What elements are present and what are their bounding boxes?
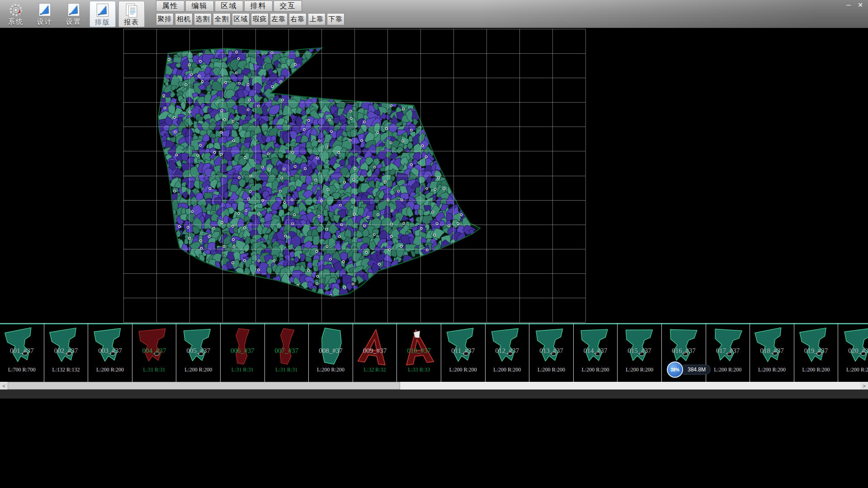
tool-button-row: 聚排相机选割全割区域瑕疵左靠右靠上靠下靠 <box>156 13 344 25</box>
tool-button-align-left[interactable]: 左靠 <box>270 13 288 25</box>
tool-button-defect[interactable]: 瑕疵 <box>251 13 269 25</box>
window-controls: ─ ✕ <box>843 0 866 10</box>
tool-button-select-cut[interactable]: 选割 <box>194 13 212 25</box>
tool-button-cluster-nest[interactable]: 聚排 <box>156 13 174 25</box>
app-buttons: 系统设计设置排版报表 <box>3 1 145 27</box>
thumbnail-012_#37[interactable]: 012_#37L:200 R:200 <box>486 324 530 382</box>
piece-lr-values: L:200 R:200 <box>794 366 838 373</box>
piece-lr-values: L:31 R:31 <box>265 366 309 373</box>
menu-tab-properties[interactable]: 属性 <box>156 0 184 12</box>
tool-button-align-bottom[interactable]: 下靠 <box>327 13 344 25</box>
thumbnail-007_#37[interactable]: 007_#37L:31 R:31 <box>265 324 309 382</box>
piece-label: 008_#37 <box>309 347 353 355</box>
menu-tab-interaction[interactable]: 交互 <box>274 0 302 12</box>
piece-thumbnail-strip: 38% 384.8M 001_#37L:700 R:700002_#37L:13… <box>0 323 868 382</box>
piece-label: 019_#37 <box>794 347 838 355</box>
minimize-button[interactable]: ─ <box>843 0 854 10</box>
piece-lr-values: L:200 R:200 <box>486 366 529 373</box>
piece-lr-values: L:32 R:32 <box>353 366 397 373</box>
thumbnail-017_#37[interactable]: 017_#37L:200 R:200 <box>706 324 750 382</box>
thumbnail-002_#37[interactable]: 002_#37L:132 R:132 <box>44 324 89 382</box>
menu-tab-row: 属性编辑区域排料交互 <box>156 0 344 12</box>
thumbnail-018_#37[interactable]: 018_#37L:200 R:200 <box>750 324 794 382</box>
close-button[interactable]: ✕ <box>854 0 866 10</box>
app-button-layout[interactable]: 排版 <box>90 1 116 27</box>
piece-label: 013_#37 <box>529 347 573 355</box>
tool-button-align-right[interactable]: 右靠 <box>289 13 307 25</box>
scrollbar-track[interactable] <box>8 382 860 389</box>
bottom-status-strip <box>0 389 868 399</box>
piece-lr-values: L:200 R:200 <box>88 366 132 373</box>
piece-lr-values: L:200 R:200 <box>176 366 220 373</box>
piece-lr-values: L:200 R:200 <box>838 366 868 373</box>
thumbnail-010_#37[interactable]: 010_#37L:33 R:33 <box>397 324 441 382</box>
piece-label: 018_#37 <box>750 347 794 355</box>
piece-lr-values: L:33 R:33 <box>397 366 441 373</box>
app-button-label: 系统 <box>8 18 24 26</box>
piece-lr-values: L:200 R:200 <box>618 366 661 373</box>
piece-label: 017_#37 <box>706 347 750 355</box>
thumbnail-011_#37[interactable]: 011_#37L:200 R:200 <box>441 324 486 382</box>
layout-icon <box>95 3 110 18</box>
app-button-label: 设置 <box>66 18 81 26</box>
piece-lr-values: L:700 R:700 <box>0 366 44 373</box>
piece-label: 014_#37 <box>574 347 618 355</box>
thumbnail-020_#37[interactable]: 020_#37L:200 R:200 <box>838 324 868 382</box>
design-icon <box>37 2 52 18</box>
thumbnail-006_#37[interactable]: 006_#37L:31 R:31 <box>221 324 265 382</box>
thumbnail-015_#37[interactable]: 015_#37L:200 R:200 <box>618 324 662 382</box>
app-button-system[interactable]: 系统 <box>3 1 29 27</box>
piece-lr-values: L:200 R:200 <box>309 366 353 373</box>
app-button-label: 报表 <box>124 18 139 27</box>
piece-lr-values: L:200 R:200 <box>750 366 794 373</box>
piece-label: 006_#37 <box>221 347 264 355</box>
thumbnail-013_#37[interactable]: 013_#37L:200 R:200 <box>529 324 574 382</box>
thumbnail-005_#37[interactable]: 005_#37L:200 R:200 <box>176 324 221 382</box>
piece-lr-values: L:31 R:31 <box>221 366 264 373</box>
thumbnail-003_#37[interactable]: 003_#37L:200 R:200 <box>88 324 132 382</box>
piece-label: 009_#37 <box>353 347 397 355</box>
thumbnail-008_#37[interactable]: 008_#37L:200 R:200 <box>309 324 353 382</box>
menu-tab-nesting[interactable]: 排料 <box>244 0 273 12</box>
piece-label: 020_#37 <box>838 347 868 355</box>
app-button-report[interactable]: 报表 <box>118 1 145 27</box>
nesting-canvas[interactable] <box>0 28 868 323</box>
horizontal-scrollbar: < > <box>0 382 868 389</box>
scroll-left-arrow[interactable]: < <box>0 382 8 389</box>
piece-label: 001_#37 <box>0 347 44 355</box>
piece-label: 003_#37 <box>88 347 132 355</box>
tool-button-camera[interactable]: 相机 <box>175 13 193 25</box>
tool-button-align-top[interactable]: 上靠 <box>308 13 326 25</box>
ribbon-menus: 属性编辑区域排料交互 聚排相机选割全割区域瑕疵左靠右靠上靠下靠 <box>156 0 344 25</box>
app-button-design[interactable]: 设计 <box>32 1 58 27</box>
tool-button-cut-all[interactable]: 全割 <box>213 13 231 25</box>
piece-label: 015_#37 <box>618 347 661 355</box>
app-button-label: 排版 <box>95 18 110 27</box>
thumbnail-019_#37[interactable]: 019_#37L:200 R:200 <box>794 324 839 382</box>
thumbnail-009_#37[interactable]: 009_#37L:32 R:32 <box>353 324 397 382</box>
piece-label: 011_#37 <box>441 347 485 355</box>
piece-lr-values: L:200 R:200 <box>706 366 750 373</box>
thumbnail-004_#37[interactable]: 004_#37L:31 R:31 <box>132 324 177 382</box>
gear-icon <box>8 2 24 18</box>
application-window: 系统设计设置排版报表 属性编辑区域排料交互 聚排相机选割全割区域瑕疵左靠右靠上靠… <box>0 0 868 399</box>
thumbnail-001_#37[interactable]: 001_#37L:700 R:700 <box>0 324 44 382</box>
tool-button-region[interactable]: 区域 <box>232 13 250 25</box>
memory-indicator: 384.8M <box>680 365 711 375</box>
piece-label: 004_#37 <box>132 347 176 355</box>
app-button-settings[interactable]: 设置 <box>61 1 87 27</box>
piece-lr-values: L:200 R:200 <box>441 366 485 373</box>
thumbnail-014_#37[interactable]: 014_#37L:200 R:200 <box>574 324 618 382</box>
piece-label: 010_#37 <box>397 347 441 355</box>
piece-label: 016_#37 <box>662 347 706 355</box>
toolbar: 系统设计设置排版报表 属性编辑区域排料交互 聚排相机选割全割区域瑕疵左靠右靠上靠… <box>0 0 868 28</box>
scrollbar-thumb[interactable] <box>8 382 400 389</box>
canvas-area <box>0 28 868 323</box>
menu-tab-region[interactable]: 区域 <box>215 0 243 12</box>
piece-lr-values: L:31 R:31 <box>132 366 176 373</box>
app-button-label: 设计 <box>37 18 52 26</box>
piece-label: 005_#37 <box>176 347 220 355</box>
menu-tab-edit[interactable]: 编辑 <box>185 0 214 12</box>
report-icon <box>124 3 139 18</box>
scroll-right-arrow[interactable]: > <box>860 382 868 389</box>
